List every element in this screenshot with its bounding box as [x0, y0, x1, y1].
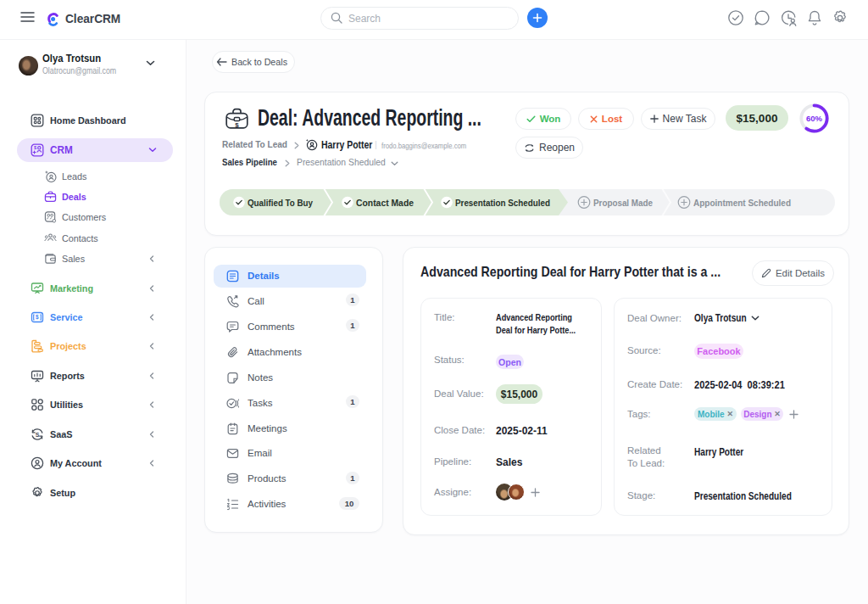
- svg-text:Proposal Made: Proposal Made: [593, 198, 653, 208]
- svg-text:60%: 60%: [806, 114, 823, 123]
- svg-text:Appointment Scheduled: Appointment Scheduled: [693, 198, 791, 208]
- svg-text:$: $: [36, 314, 39, 321]
- svg-text:$: $: [34, 145, 37, 150]
- svg-text:Contact Made: Contact Made: [356, 198, 414, 208]
- svg-text:S: S: [36, 432, 40, 438]
- svg-text:Qualified To Buy: Qualified To Buy: [248, 198, 314, 208]
- svg-text:$: $: [235, 121, 239, 129]
- svg-text:Presentation Scheduled: Presentation Scheduled: [455, 198, 550, 208]
